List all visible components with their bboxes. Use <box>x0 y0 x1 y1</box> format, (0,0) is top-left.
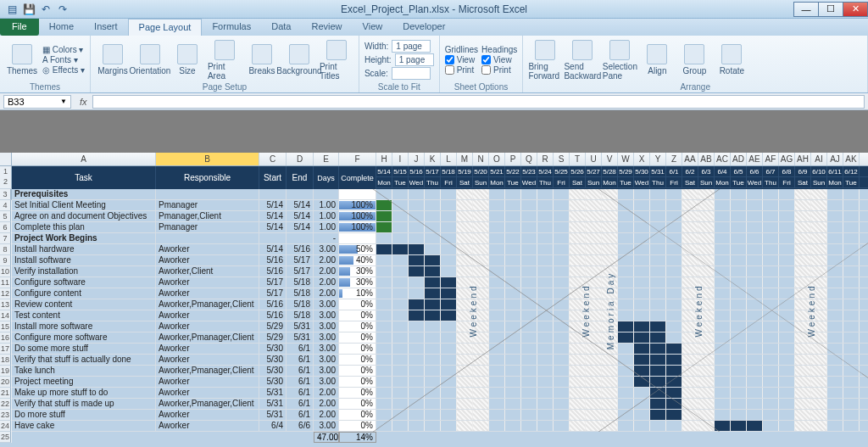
tab-view[interactable]: View <box>353 19 393 36</box>
close-button[interactable]: ✕ <box>843 2 868 17</box>
group-button[interactable]: Group <box>677 39 711 81</box>
table-row[interactable]: Take lunchAworker,Pmanager,Client5/306/1… <box>12 366 868 377</box>
col-D[interactable]: D <box>287 153 314 165</box>
col-AB[interactable]: AB <box>698 153 715 165</box>
table-row[interactable]: Project meetingAworker5/306/13.000% <box>12 377 868 388</box>
size-button[interactable]: Size <box>170 39 204 81</box>
col-A[interactable]: A <box>12 153 156 165</box>
table-row[interactable]: Make up more stuff to doAworker5/316/12.… <box>12 388 868 399</box>
table-row[interactable]: Install hardwareAworker5/145/163.0050% <box>12 244 868 255</box>
tab-data[interactable]: Data <box>261 19 301 36</box>
col-AC[interactable]: AC <box>715 153 731 165</box>
height-select[interactable]: 1 page <box>395 53 434 66</box>
send-backward-button[interactable]: Send Backward <box>565 39 599 81</box>
tab-page-layout[interactable]: Page Layout <box>128 19 203 36</box>
print-titles-button[interactable]: Print Titles <box>320 39 353 81</box>
col-AA[interactable]: AA <box>682 153 698 165</box>
undo-icon[interactable]: ↶ <box>39 3 53 16</box>
bring-forward-button[interactable]: Bring Forward <box>528 39 562 81</box>
selection-pane-button[interactable]: Selection Pane <box>603 39 637 81</box>
background-button[interactable]: Background <box>282 39 316 81</box>
maximize-button[interactable]: ☐ <box>818 2 843 17</box>
effects-button[interactable]: ◎ Effects ▾ <box>42 65 85 75</box>
tab-home[interactable]: Home <box>39 19 84 36</box>
gridlines-print-checkbox[interactable]: Print <box>445 65 478 75</box>
col-Y[interactable]: Y <box>650 153 666 165</box>
col-H[interactable]: H <box>376 153 392 165</box>
col-V[interactable]: V <box>602 153 618 165</box>
file-tab[interactable]: File <box>0 19 39 36</box>
tab-formulas[interactable]: Formulas <box>202 19 261 36</box>
table-row[interactable]: Verify installationAworker,Client5/165/1… <box>12 266 868 277</box>
table-row[interactable]: Install more softwareAworker5/295/313.00… <box>12 321 868 332</box>
col-M[interactable]: M <box>457 153 473 165</box>
print-area-button[interactable]: Print Area <box>208 39 242 81</box>
gridlines-view-checkbox[interactable]: View <box>445 55 478 64</box>
table-row[interactable]: Review contentAworker,Pmanager,Client5/1… <box>12 299 868 310</box>
redo-icon[interactable]: ↷ <box>56 3 70 16</box>
table-row[interactable]: Verify that stuff is actually doneAworke… <box>12 355 868 366</box>
table-row[interactable]: Prerequisites <box>12 189 868 200</box>
table-row[interactable]: Set Initial Client MeetingPmanager5/145/… <box>12 200 868 211</box>
table-row[interactable]: Do some more stuffAworker5/306/13.000% <box>12 344 868 355</box>
col-K[interactable]: K <box>425 153 441 165</box>
margins-button[interactable]: Margins <box>96 39 130 81</box>
col-S[interactable]: S <box>554 153 570 165</box>
col-AH[interactable]: AH <box>795 153 811 165</box>
col-B[interactable]: B <box>156 153 259 165</box>
table-row[interactable]: Complete this planPmanager5/145/141.0010… <box>12 222 868 233</box>
col-Q[interactable]: Q <box>521 153 537 165</box>
scale-select[interactable] <box>392 67 431 80</box>
col-AJ[interactable]: AJ <box>827 153 843 165</box>
table-row[interactable]: Agree on and document ObjectivesPmanager… <box>12 211 868 222</box>
width-select[interactable]: 1 page <box>392 40 431 53</box>
table-row[interactable]: Install softwareAworker5/165/172.0040% <box>12 255 868 266</box>
col-R[interactable]: R <box>537 153 554 165</box>
formula-bar[interactable] <box>92 95 865 109</box>
col-L[interactable]: L <box>441 153 457 165</box>
col-AI[interactable]: AI <box>811 153 827 165</box>
tab-insert[interactable]: Insert <box>84 19 128 36</box>
col-AF[interactable]: AF <box>763 153 779 165</box>
col-AK[interactable]: AK <box>843 153 860 165</box>
orientation-button[interactable]: Orientation <box>133 39 167 81</box>
name-box[interactable]: B33▼ <box>3 95 71 109</box>
col-N[interactable]: N <box>473 153 489 165</box>
table-row[interactable]: Test contentAworker5/165/183.000% <box>12 310 868 321</box>
col-AE[interactable]: AE <box>747 153 763 165</box>
fonts-button[interactable]: A Fonts ▾ <box>42 55 85 64</box>
table-row[interactable]: Configure contentAworker5/175/182.0010% <box>12 288 868 299</box>
headings-view-checkbox[interactable]: View <box>481 55 517 64</box>
fx-icon[interactable]: fx <box>75 97 92 107</box>
col-F[interactable]: F <box>339 153 376 165</box>
align-button[interactable]: Align <box>640 39 674 81</box>
col-I[interactable]: I <box>392 153 409 165</box>
col-AD[interactable]: AD <box>731 153 747 165</box>
col-T[interactable]: T <box>570 153 586 165</box>
table-row[interactable]: Project Work Begins- <box>12 233 868 244</box>
breaks-button[interactable]: Breaks <box>245 39 279 81</box>
col-J[interactable]: J <box>409 153 425 165</box>
col-X[interactable]: X <box>634 153 650 165</box>
col-Z[interactable]: Z <box>666 153 682 165</box>
col-AG[interactable]: AG <box>779 153 795 165</box>
rotate-button[interactable]: Rotate <box>715 39 748 81</box>
save-icon[interactable]: 💾 <box>22 3 36 16</box>
tab-developer[interactable]: Developer <box>392 19 455 36</box>
col-O[interactable]: O <box>489 153 505 165</box>
table-row[interactable]: Configure more softwareAworker,Pmanager,… <box>12 332 868 344</box>
colors-button[interactable]: ▦ Colors ▾ <box>42 45 85 54</box>
table-row[interactable]: Have cakeAworker6/46/63.000% <box>12 421 868 432</box>
col-U[interactable]: U <box>586 153 602 165</box>
table-row[interactable]: Verify that stuff is made upAworker,Pman… <box>12 399 868 410</box>
col-E[interactable]: E <box>314 153 339 165</box>
col-P[interactable]: P <box>505 153 521 165</box>
col-C[interactable]: C <box>259 153 287 165</box>
col-W[interactable]: W <box>618 153 634 165</box>
minimize-button[interactable]: — <box>793 2 819 17</box>
tab-review[interactable]: Review <box>301 19 352 36</box>
table-row[interactable]: Do more stuffAworker5/316/12.000% <box>12 410 868 421</box>
headings-print-checkbox[interactable]: Print <box>481 65 517 75</box>
themes-button[interactable]: Themes <box>5 39 39 81</box>
table-row[interactable]: Configure softwareAworker5/175/182.0030% <box>12 277 868 288</box>
